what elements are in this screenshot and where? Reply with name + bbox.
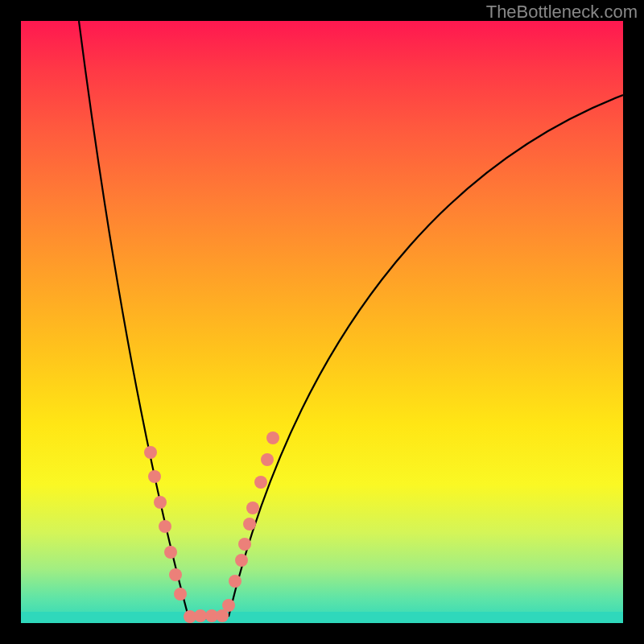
watermark-text: TheBottleneck.com bbox=[486, 2, 638, 23]
chart-gradient-background bbox=[21, 21, 623, 623]
chart-baseline-band bbox=[21, 612, 623, 623]
